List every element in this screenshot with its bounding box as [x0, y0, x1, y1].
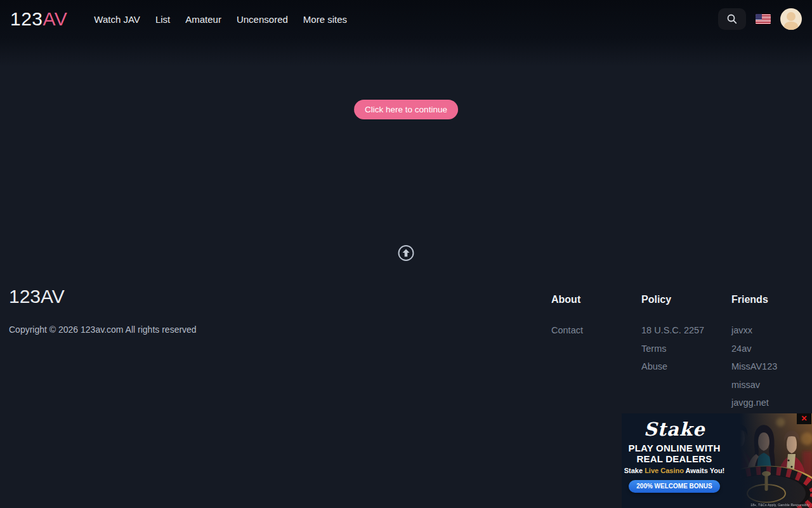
- search-icon: [726, 13, 738, 25]
- footer-column-friends: Friends javxx 24av MissAV123 missav javg…: [731, 294, 812, 433]
- list-item: Abuse: [641, 361, 730, 372]
- footer-link-contact[interactable]: Contact: [551, 325, 583, 335]
- list-item: MissAV123: [731, 361, 812, 372]
- ad-headline-line2: REAL DEALERS: [629, 453, 721, 464]
- ad-headline-line1: PLAY ONLINE WITH: [629, 443, 721, 453]
- list-item: 24av: [731, 343, 812, 354]
- nav-item-uncensored[interactable]: Uncensored: [229, 9, 296, 30]
- top-navigation-bar: 123AV Watch JAV List Amateur Uncensored …: [0, 0, 812, 38]
- footer-link-abuse[interactable]: Abuse: [641, 361, 667, 371]
- footer-link-missav123[interactable]: MissAV123: [731, 361, 777, 371]
- footer-column-about: About Contact: [551, 294, 640, 343]
- list-item: Terms: [641, 343, 730, 354]
- site-logo-suffix: AV: [43, 8, 68, 29]
- nav-item-watch-jav[interactable]: Watch JAV: [86, 9, 148, 30]
- nav-item-list[interactable]: List: [148, 9, 178, 30]
- site-logo[interactable]: 123AV: [10, 10, 67, 29]
- ad-text-content: Stake PLAY ONLINE WITH REAL DEALERS Stak…: [622, 413, 727, 508]
- user-avatar[interactable]: [780, 8, 802, 30]
- footer-logo[interactable]: 123AV: [9, 287, 65, 306]
- ad-subheadline: Stake Live Casino Awaits You!: [624, 467, 725, 474]
- footer-link-missav[interactable]: missav: [731, 380, 760, 390]
- footer-link-javxx[interactable]: javxx: [731, 325, 752, 335]
- continue-button[interactable]: Click here to continue: [354, 100, 458, 119]
- list-item: javxx: [731, 324, 812, 336]
- list-item: Contact: [551, 324, 640, 336]
- ad-bonus-button[interactable]: 200% WELCOME BONUS: [629, 480, 719, 493]
- header-gradient: [0, 38, 812, 67]
- nav-item-more-sites[interactable]: More sites: [296, 9, 355, 30]
- footer-logo-prefix: 123: [9, 286, 41, 307]
- copyright-text: Copyright © 2026 123av.com All rights re…: [9, 324, 197, 335]
- header-actions: [718, 8, 802, 30]
- ad-stake-logo: Stake: [644, 420, 705, 440]
- ad-sub-highlight: Live Casino: [645, 467, 684, 474]
- ad-sub-prefix: Stake: [624, 467, 645, 474]
- footer-link-javgg[interactable]: javgg.net: [731, 398, 769, 408]
- footer-heading-about: About: [551, 294, 640, 305]
- ad-sub-suffix: Awaits You!: [684, 467, 724, 474]
- list-item: javgg.net: [731, 397, 812, 408]
- ad-headline: PLAY ONLINE WITH REAL DEALERS: [629, 443, 721, 464]
- footer-link-terms[interactable]: Terms: [641, 344, 666, 354]
- ad-banner-stake[interactable]: Stake PLAY ONLINE WITH REAL DEALERS Stak…: [622, 413, 812, 508]
- footer-link-24av[interactable]: 24av: [731, 344, 751, 354]
- footer-heading-friends: Friends: [731, 294, 812, 305]
- site-logo-prefix: 123: [10, 8, 43, 29]
- arrow-up-circle-icon: [398, 244, 415, 262]
- close-icon: ✕: [801, 414, 807, 423]
- language-flag-us-icon[interactable]: [756, 14, 771, 24]
- ad-close-button[interactable]: ✕: [797, 413, 811, 424]
- footer-heading-policy: Policy: [641, 294, 730, 305]
- footer-column-policy: Policy 18 U.S.C. 2257 Terms Abuse: [641, 294, 730, 379]
- ad-disclaimer-text: 18+, T&Cs Apply, Gamble Responsibly: [750, 503, 809, 507]
- list-item: 18 U.S.C. 2257: [641, 324, 730, 336]
- nav-item-amateur[interactable]: Amateur: [178, 9, 229, 30]
- footer-link-2257[interactable]: 18 U.S.C. 2257: [641, 325, 704, 335]
- footer-logo-suffix: AV: [41, 286, 65, 307]
- list-item: missav: [731, 379, 812, 391]
- search-button[interactable]: [718, 8, 746, 30]
- main-nav: Watch JAV List Amateur Uncensored More s…: [86, 9, 355, 30]
- scroll-to-top-button[interactable]: [398, 244, 415, 262]
